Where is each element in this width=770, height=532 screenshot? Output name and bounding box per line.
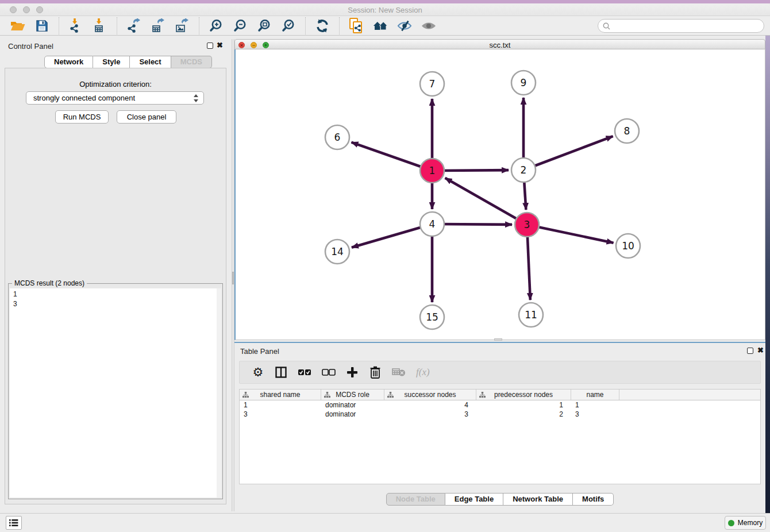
table-panel-float-button[interactable] — [747, 348, 753, 354]
search-box[interactable] — [598, 19, 764, 33]
export-table-icon[interactable] — [151, 18, 165, 33]
node-14[interactable]: 14 — [325, 240, 349, 264]
table-cell: dominator — [321, 400, 384, 410]
run-mcds-button[interactable]: Run MCDS — [55, 110, 109, 124]
node-9[interactable]: 9 — [511, 71, 536, 95]
control-panel-close-button[interactable]: ✖ — [217, 41, 223, 49]
node-3[interactable]: 3 — [515, 213, 539, 237]
deselect-all-icon[interactable] — [322, 365, 336, 380]
criterion-select[interactable]: strongly connected component — [26, 91, 204, 105]
task-history-button[interactable] — [6, 516, 22, 530]
toolbar-separator — [199, 17, 199, 34]
clone-network-icon[interactable] — [349, 18, 364, 33]
control-panel-tabs: NetworkStyleSelectMCDS — [44, 56, 212, 68]
node-2[interactable]: 2 — [511, 158, 536, 182]
delete-icon[interactable] — [369, 365, 382, 380]
tab-network[interactable]: Network — [44, 56, 93, 68]
table-row[interactable]: 1dominator411 — [240, 400, 760, 410]
column-header-MCDS-role[interactable]: MCDS role — [321, 390, 384, 400]
mcds-result-box: MCDS result (2 nodes) 13 — [8, 283, 223, 499]
table-tabs: Node TableEdge TableNetwork TableMotifs — [386, 493, 614, 506]
close-panel-button[interactable]: Close panel — [117, 110, 176, 124]
mcds-result-area[interactable]: 13 — [10, 288, 221, 498]
import-table-icon[interactable] — [93, 18, 107, 33]
tab-node-table[interactable]: Node Table — [386, 493, 445, 506]
result-scrollbar[interactable] — [217, 288, 221, 498]
table-cell: 4 — [384, 400, 476, 410]
control-panel-float-button[interactable] — [207, 43, 213, 49]
gear-icon[interactable]: ⚙ — [252, 365, 264, 380]
toolbar-separator — [117, 17, 117, 34]
svg-text:4: 4 — [429, 218, 436, 230]
node-7[interactable]: 7 — [420, 72, 444, 96]
optimization-criterion-label: Optimization criterion: — [5, 80, 226, 88]
table-panel-close-button[interactable]: ✖ — [757, 346, 764, 354]
horizontal-splitter-grip[interactable] — [494, 338, 502, 341]
open-file-icon[interactable] — [10, 18, 25, 33]
column-header-label: name — [586, 391, 603, 399]
column-header-successor-nodes[interactable]: successor nodes — [384, 390, 476, 400]
hide-eye-icon[interactable] — [397, 18, 412, 33]
export-network-icon[interactable] — [126, 18, 141, 33]
add-icon[interactable] — [346, 365, 359, 380]
edge-3-1[interactable] — [445, 178, 527, 225]
network-canvas[interactable]: 7968124314101511 — [234, 49, 765, 340]
show-eye-icon[interactable] — [421, 18, 436, 33]
node-table: shared nameMCDS rolesuccessor nodesprede… — [239, 389, 761, 484]
table-body: 1dominator4113dominator323 — [240, 400, 760, 419]
edge-3-10[interactable] — [527, 225, 614, 243]
houses-icon[interactable] — [373, 18, 388, 33]
function-builder-icon: f(x) — [416, 365, 430, 380]
tab-motifs[interactable]: Motifs — [573, 493, 614, 506]
search-input[interactable] — [613, 22, 757, 30]
export-image-icon[interactable] — [175, 18, 190, 33]
tab-select[interactable]: Select — [130, 56, 171, 68]
tab-mcds[interactable]: MCDS — [171, 56, 212, 68]
splitter-grip[interactable] — [232, 272, 234, 284]
memory-button[interactable]: Memory — [725, 516, 766, 530]
criterion-value: strongly connected component — [33, 94, 135, 102]
svg-text:8: 8 — [624, 125, 630, 137]
table-cell: 3 — [384, 410, 476, 419]
column-tree-icon — [479, 392, 486, 400]
select-all-icon[interactable] — [298, 365, 311, 380]
edge-2-8[interactable] — [523, 136, 613, 170]
import-network-icon[interactable] — [68, 18, 83, 33]
node-11[interactable]: 11 — [519, 303, 543, 327]
app-titlebar[interactable]: Session: New Session — [0, 3, 770, 16]
svg-text:11: 11 — [525, 309, 537, 321]
zoom-in-icon[interactable] — [209, 18, 224, 33]
table-cell: 3 — [240, 410, 321, 419]
node-6[interactable]: 6 — [325, 125, 349, 149]
svg-text:10: 10 — [622, 240, 634, 252]
tab-network-table[interactable]: Network Table — [503, 493, 573, 506]
zoom-out-icon[interactable] — [233, 18, 248, 33]
svg-text:15: 15 — [426, 311, 438, 323]
refresh-icon[interactable] — [315, 18, 330, 33]
table-row[interactable]: 3dominator323 — [240, 410, 760, 419]
column-header-name[interactable]: name — [571, 390, 619, 400]
mcds-result-title: MCDS result (2 nodes) — [12, 279, 87, 287]
column-header-predecessor-nodes[interactable]: predecessor nodes — [476, 390, 571, 400]
zoom-selected-icon[interactable] — [281, 18, 296, 33]
columns-icon[interactable] — [275, 365, 287, 380]
control-panel-title: Control Panel — [8, 42, 53, 51]
node-4[interactable]: 4 — [420, 212, 444, 236]
column-tree-icon — [324, 392, 330, 400]
save-session-icon[interactable] — [34, 18, 49, 33]
edge-1-6[interactable] — [352, 142, 432, 171]
column-header-shared-name[interactable]: shared name — [240, 390, 321, 400]
network-graph: 7968124314101511 — [236, 49, 765, 340]
mcds-panel: Optimization criterion: strongly connect… — [5, 68, 226, 504]
search-icon — [603, 22, 610, 30]
node-10[interactable]: 10 — [616, 234, 640, 258]
node-8[interactable]: 8 — [615, 119, 639, 143]
node-1[interactable]: 1 — [420, 159, 444, 183]
tab-style[interactable]: Style — [93, 56, 130, 68]
node-15[interactable]: 15 — [420, 305, 444, 329]
network-window-titlebar[interactable]: × − + scc.txt — [234, 39, 765, 49]
toolbar-separator — [305, 17, 306, 34]
zoom-fit-icon[interactable] — [257, 18, 272, 33]
tab-edge-table[interactable]: Edge Table — [445, 493, 503, 506]
svg-text:3: 3 — [524, 219, 530, 230]
